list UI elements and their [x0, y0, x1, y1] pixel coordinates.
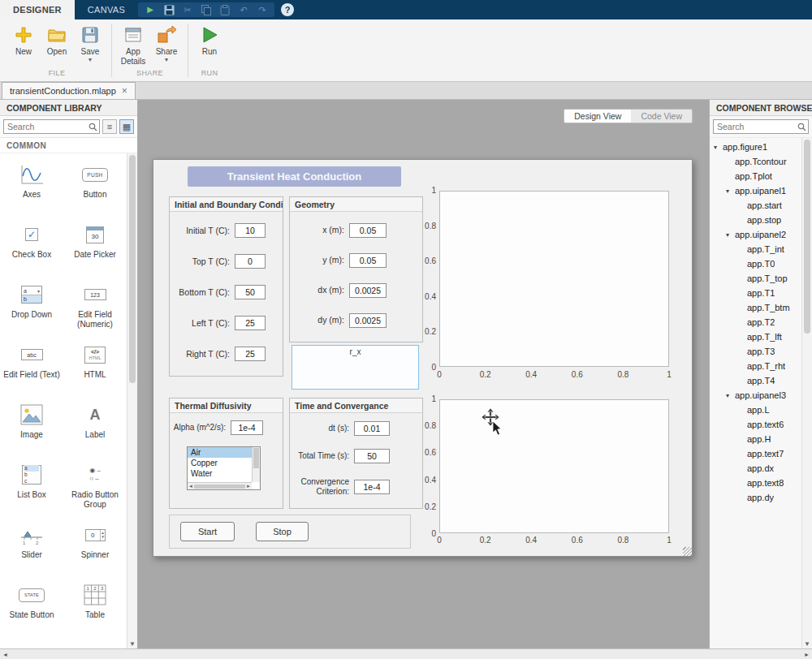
- app-details-button[interactable]: App Details: [118, 21, 149, 69]
- field-input-top-t-c[interactable]: [235, 254, 266, 269]
- tree-item-app-t1[interactable]: app.T1: [710, 286, 801, 300]
- tab-designer[interactable]: DESIGNER: [0, 0, 75, 19]
- grid-view-icon[interactable]: ▦: [119, 119, 134, 134]
- field-input-convergence-criterion[interactable]: [354, 480, 390, 494]
- field-input-left-t-c[interactable]: [235, 316, 266, 330]
- library-item-spinner[interactable]: 0▴▾Spinner: [63, 519, 127, 579]
- library-item-list-box[interactable]: abcList Box: [0, 459, 63, 519]
- collapse-icon[interactable]: ▾: [726, 392, 735, 399]
- tree-item-app-h[interactable]: app.H: [710, 432, 801, 446]
- library-item-slider[interactable]: 12Slider: [0, 519, 63, 579]
- library-item-axes[interactable]: Axes: [0, 158, 63, 218]
- tree-item-app-t-top[interactable]: app.T_top: [710, 271, 801, 286]
- tree-item-app-uipanel2[interactable]: ▾app.uipanel2: [710, 227, 801, 242]
- tree-item-app-text8[interactable]: app.text8: [710, 476, 801, 490]
- save-icon[interactable]: [161, 2, 177, 17]
- field-input-bottom-t-c[interactable]: [235, 285, 266, 299]
- design-view-button[interactable]: Design View: [564, 110, 631, 123]
- library-item-edit-field-numeric[interactable]: 123Edit Field (Numeric): [63, 278, 127, 338]
- tree-item-app-dy[interactable]: app.dy: [710, 490, 801, 505]
- horizontal-scrollbar[interactable]: ◄ ►: [0, 648, 812, 659]
- library-item-html[interactable]: </>HTMLHTML: [63, 338, 127, 398]
- scrollbar-thumb[interactable]: [253, 448, 259, 468]
- code-view-button[interactable]: Code View: [631, 110, 692, 123]
- library-item-check-box[interactable]: ✓Check Box: [0, 218, 63, 278]
- scroll-down-icon[interactable]: ▼: [802, 640, 812, 648]
- scrollbar-thumb[interactable]: [804, 140, 810, 334]
- stop-button[interactable]: Stop: [256, 522, 309, 541]
- app-title-label[interactable]: Transient Heat Conduction: [188, 166, 401, 187]
- library-item-table[interactable]: 123Table: [63, 579, 127, 639]
- panel-run-controls[interactable]: Start Stop: [169, 515, 411, 549]
- collapse-icon[interactable]: ▾: [726, 231, 735, 239]
- redo-icon[interactable]: ↷: [254, 2, 270, 17]
- field-input-dy-m[interactable]: [349, 313, 387, 328]
- undo-icon[interactable]: ↶: [235, 2, 252, 17]
- cut-icon[interactable]: ✂: [179, 2, 196, 17]
- library-item-label[interactable]: ALabel: [63, 398, 127, 459]
- panel-thermal-diffusivity[interactable]: Thermal Diffusivity Alpha (m^2/s): AirCo…: [169, 398, 283, 509]
- tree-item-app-t-int[interactable]: app.T_int: [710, 242, 801, 256]
- tree-item-app-text6[interactable]: app.text6: [710, 417, 801, 432]
- tree-item-app-figure1[interactable]: ▾app.figure1: [710, 140, 801, 154]
- scrollbar-thumb[interactable]: [194, 485, 245, 489]
- panel-initial-boundary[interactable]: Initial and Boundary Conditions Initial …: [169, 196, 283, 377]
- tab-canvas[interactable]: CANVAS: [75, 0, 138, 19]
- field-input-right-t-c[interactable]: [235, 347, 266, 361]
- library-search-input[interactable]: [3, 119, 100, 134]
- tree-item-app-dx[interactable]: app.dx: [710, 461, 801, 476]
- tree-item-app-t-lft[interactable]: app.T_lft: [710, 330, 801, 344]
- browser-scrollbar[interactable]: ▼: [801, 138, 812, 648]
- tree-item-app-stop[interactable]: app.stop: [710, 213, 801, 227]
- material-listbox[interactable]: AirCopperWater ◄►: [187, 446, 261, 490]
- save-button[interactable]: Save▼: [75, 21, 106, 69]
- library-item-date-picker[interactable]: 30Date Picker: [63, 218, 127, 278]
- tree-item-app-t4[interactable]: app.T4: [710, 373, 801, 388]
- field-input-initial-t-c[interactable]: [235, 223, 266, 238]
- close-icon[interactable]: ×: [122, 86, 127, 96]
- tree-item-app-tcontour[interactable]: app.Tcontour: [710, 154, 801, 169]
- app-canvas[interactable]: Transient Heat Conduction Initial and Bo…: [153, 159, 693, 557]
- tree-item-app-l[interactable]: app.L: [710, 403, 801, 417]
- axes-bottom[interactable]: [439, 399, 669, 533]
- browser-search-input[interactable]: [713, 119, 809, 134]
- axes-top[interactable]: [439, 191, 669, 367]
- list-view-icon[interactable]: ≡: [102, 119, 117, 134]
- run-button[interactable]: Run: [194, 21, 225, 69]
- collapse-icon[interactable]: ▾: [726, 187, 735, 195]
- paste-icon[interactable]: [217, 2, 233, 17]
- selected-component-rx[interactable]: r_x: [292, 345, 419, 390]
- listbox-horizontal-scrollbar[interactable]: ◄►: [188, 482, 252, 489]
- tree-item-app-tplot[interactable]: app.Tplot: [710, 169, 801, 183]
- library-item-edit-field-text[interactable]: abcEdit Field (Text): [0, 338, 63, 398]
- field-input-y-m[interactable]: [349, 253, 387, 268]
- library-item-radio-button-group[interactable]: ◉ –○ –Radio Button Group: [63, 459, 127, 519]
- listbox-item-air[interactable]: Air: [188, 447, 252, 458]
- document-tab[interactable]: transientConduction.mlapp ×: [2, 82, 136, 99]
- scroll-left-icon[interactable]: ◄: [188, 484, 193, 489]
- panel-time-convergence[interactable]: Time and Convergance dt (s):Total Time (…: [289, 398, 423, 509]
- new-button[interactable]: New: [8, 21, 39, 69]
- library-scrollbar[interactable]: ▼: [127, 153, 137, 648]
- tree-item-app-t2[interactable]: app.T2: [710, 315, 801, 330]
- scroll-down-icon[interactable]: ▼: [127, 640, 137, 648]
- run-icon[interactable]: ▶: [142, 2, 158, 17]
- open-button[interactable]: Open: [41, 21, 72, 69]
- tree-item-app-uipanel1[interactable]: ▾app.uipanel1: [710, 183, 801, 198]
- tree-item-app-t0[interactable]: app.T0: [710, 256, 801, 271]
- listbox-item-copper[interactable]: Copper: [188, 458, 252, 468]
- scrollbar-thumb[interactable]: [129, 155, 136, 383]
- tree-item-app-t3[interactable]: app.T3: [710, 344, 801, 359]
- start-button[interactable]: Start: [180, 522, 235, 541]
- copy-icon[interactable]: [198, 2, 214, 17]
- share-button[interactable]: Share▼: [151, 21, 182, 69]
- resize-grip[interactable]: [683, 547, 692, 556]
- tree-item-app-start[interactable]: app.start: [710, 198, 801, 213]
- scroll-left-icon[interactable]: ◄: [0, 649, 11, 659]
- collapse-icon[interactable]: ▾: [714, 144, 723, 151]
- tree-item-app-t-rht[interactable]: app.T_rht: [710, 359, 801, 373]
- tree-item-app-t-btm[interactable]: app.T_btm: [710, 300, 801, 315]
- field-input-dt-s[interactable]: [354, 421, 390, 436]
- field-input-x-m[interactable]: [349, 223, 387, 238]
- listbox-vertical-scrollbar[interactable]: [252, 447, 260, 482]
